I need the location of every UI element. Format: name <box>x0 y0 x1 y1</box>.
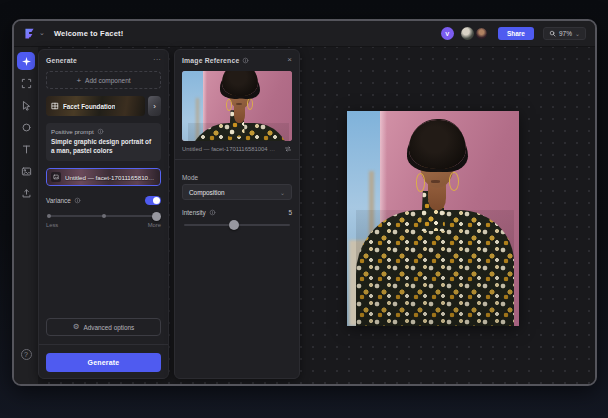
topbar-actions: V Share 97% ⌄ <box>441 27 586 40</box>
positive-prompt-text: Simple graphic design portrait of a man,… <box>51 138 156 155</box>
mode-value: Composition <box>189 189 225 196</box>
divider <box>39 344 168 345</box>
variance-label: Variance <box>46 197 71 204</box>
image-chip-label: Untitled — facet-1701116581004 — preview <box>65 174 156 181</box>
slider-handle[interactable] <box>152 212 161 221</box>
search-icon <box>549 30 556 37</box>
image-reference-header: Image Reference × <box>182 56 292 64</box>
earring <box>416 173 425 191</box>
generate-panel: Generate ··· + Add component Facet Found… <box>38 49 169 379</box>
intensity-value: 5 <box>288 209 292 216</box>
info-icon <box>209 209 216 216</box>
app-window: ⌄ Welcome to Facet! V Share 97% ⌄ <box>12 19 597 386</box>
gear-icon: ⚙ <box>73 323 80 331</box>
reference-caption: Untitled — facet-1701116581004 — preview <box>182 146 281 152</box>
tool-text[interactable] <box>17 140 35 158</box>
avatar[interactable] <box>461 27 474 40</box>
replace-icon[interactable] <box>284 145 292 153</box>
close-icon[interactable]: × <box>287 56 292 64</box>
divider <box>175 159 299 160</box>
avatar[interactable] <box>475 27 488 40</box>
chevron-down-icon: ⌄ <box>280 189 285 196</box>
earring <box>449 172 458 190</box>
model-name: Facet Foundation <box>63 103 115 110</box>
image-icon <box>21 166 32 177</box>
reference-image[interactable] <box>182 71 292 141</box>
facet-logo-menu[interactable]: ⌄ <box>23 27 45 40</box>
cursor-icon <box>21 100 32 111</box>
share-button[interactable]: Share <box>498 27 534 40</box>
reference-caption-row: Untitled — facet-1701116581004 — preview <box>182 145 292 153</box>
model-row: Facet Foundation › <box>46 96 161 116</box>
image-icon <box>51 172 61 182</box>
positive-prompt-box[interactable]: Positive prompt Simple graphic design po… <box>46 123 161 161</box>
tool-shape[interactable] <box>17 118 35 136</box>
variance-row: Variance <box>46 196 161 205</box>
tool-generate[interactable] <box>17 52 35 70</box>
topbar: ⌄ Welcome to Facet! V Share 97% ⌄ <box>14 21 595 47</box>
model-card[interactable]: Facet Foundation <box>46 96 145 116</box>
mode-label: Mode <box>182 174 292 181</box>
panel-title: Image Reference <box>182 57 239 64</box>
add-component-label: Add component <box>85 77 131 84</box>
portrait-image <box>347 111 519 326</box>
slider-handle[interactable] <box>229 220 239 230</box>
generate-panel-header: Generate ··· <box>46 56 161 64</box>
tool-rail: ? <box>14 47 38 384</box>
positive-prompt-label-row: Positive prompt <box>51 128 156 135</box>
zoom-control[interactable]: 97% ⌄ <box>543 27 586 40</box>
image-reference-panel: Image Reference × <box>174 49 300 379</box>
intensity-row: Intensity 5 <box>182 209 292 216</box>
more-icon[interactable]: ··· <box>153 56 161 64</box>
advanced-options-button[interactable]: ⚙ Advanced options <box>46 318 161 336</box>
tool-image[interactable] <box>17 162 35 180</box>
add-component-button[interactable]: + Add component <box>46 71 161 89</box>
variance-slider[interactable] <box>46 211 161 221</box>
plus-icon: + <box>76 76 81 85</box>
frame-icon <box>21 78 32 89</box>
intensity-label: Intensity <box>182 209 206 216</box>
tool-cursor[interactable] <box>17 96 35 114</box>
variance-toggle[interactable] <box>145 196 161 205</box>
hair <box>409 120 466 169</box>
panel-title: Generate <box>46 57 77 64</box>
mode-select[interactable]: Composition ⌄ <box>182 184 292 200</box>
generate-button[interactable]: Generate <box>46 353 161 372</box>
help-icon[interactable]: ? <box>21 349 32 360</box>
facet-logo-icon <box>23 27 36 40</box>
grid-icon <box>51 102 59 110</box>
tool-frame[interactable] <box>17 74 35 92</box>
sparkle-icon <box>21 56 32 67</box>
chevron-down-icon: ⌄ <box>39 29 45 36</box>
portrait-image <box>182 71 292 141</box>
info-icon <box>242 57 249 64</box>
advanced-options-label: Advanced options <box>83 324 134 331</box>
ellipse-icon <box>21 122 32 133</box>
image-reference-chip[interactable]: Untitled — facet-1701116581004 — preview <box>46 168 161 186</box>
intensity-slider[interactable] <box>182 220 292 230</box>
upload-icon <box>21 188 32 199</box>
text-icon <box>21 144 32 155</box>
page-title: Welcome to Facet! <box>54 29 124 38</box>
avatar[interactable]: V <box>441 27 454 40</box>
chevron-down-icon: ⌄ <box>575 31 580 37</box>
zoom-level: 97% <box>559 30 572 37</box>
info-icon <box>74 197 81 204</box>
model-next-button[interactable]: › <box>148 96 161 116</box>
tool-export[interactable] <box>17 184 35 202</box>
info-icon <box>97 128 104 135</box>
generated-image[interactable] <box>347 111 519 326</box>
content-area: ? Generate ··· + Add component Facet Fou… <box>14 47 595 384</box>
positive-prompt-label: Positive prompt <box>51 128 94 135</box>
